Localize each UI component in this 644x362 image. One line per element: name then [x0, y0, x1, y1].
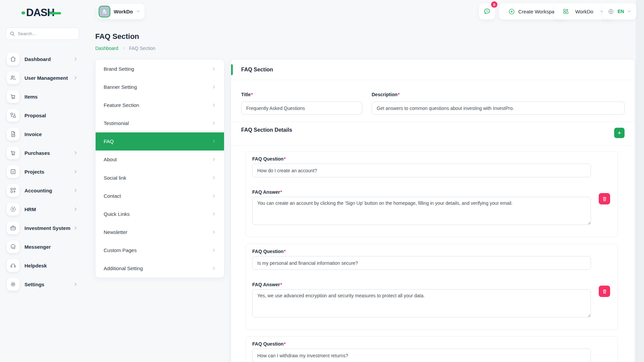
page-scrollbar[interactable] [636, 0, 644, 362]
breadcrumb-dashboard-link[interactable]: Dashboard [95, 46, 118, 51]
chevron-right-icon [212, 121, 216, 125]
gear-icon [7, 278, 19, 291]
delete-faq-button[interactable] [599, 286, 610, 297]
faq-question-input[interactable] [252, 349, 591, 362]
menu-item-custom-pages[interactable]: Custom Pages [96, 241, 224, 259]
chevron-right-icon [212, 67, 216, 71]
add-faq-button[interactable]: + [614, 128, 625, 138]
proposal-icon [7, 109, 19, 122]
menu-item-additional-setting[interactable]: Additional Setting [96, 259, 224, 278]
menu-item-newsletter[interactable]: Newsletter [96, 223, 224, 241]
sidebar-item-label: User Management [24, 75, 68, 81]
chevron-right-icon [212, 103, 216, 107]
required-mark: * [251, 92, 253, 97]
menu-item-contact[interactable]: Contact [96, 187, 224, 205]
sidebar-item-user-management[interactable]: User Management [0, 68, 86, 87]
settings-menu: Brand Setting Banner Setting Feature Sec… [96, 60, 224, 278]
faq-item: FAQ Question* FAQ Answer* [246, 336, 618, 362]
cart-icon [7, 146, 19, 159]
sidebar-item-settings[interactable]: Settings [0, 275, 86, 294]
menu-item-testimonial[interactable]: Testimonial [96, 114, 224, 132]
sidebar-item-helpdesk[interactable]: Helpdesk [0, 256, 86, 275]
hrm-icon [7, 203, 19, 216]
sidebar-item-label: Investment System [24, 225, 70, 231]
sidebar-item-investment-system[interactable]: Investment System [0, 219, 86, 237]
faq-section-card: FAQ Section Title* Description* FAQ Sect… [231, 60, 635, 362]
chevron-right-icon [212, 248, 216, 252]
chat-bubble-icon [7, 240, 19, 253]
faq-answer-textarea[interactable]: Yes, we use advanced encryption and secu… [252, 289, 591, 317]
description-input[interactable] [372, 102, 625, 115]
menu-item-feature-section[interactable]: Feature Section [96, 96, 224, 114]
sidebar-item-accounting[interactable]: Accounting [0, 181, 86, 200]
chevron-right-icon [212, 157, 216, 162]
sidebar-item-hrm[interactable]: HRM [0, 200, 86, 219]
menu-item-label: Feature Section [104, 102, 139, 108]
menu-item-label: FAQ [104, 138, 114, 144]
delete-faq-button[interactable] [599, 193, 610, 204]
menu-item-label: Custom Pages [104, 247, 137, 253]
workdo-menu-label: WorkDo [575, 9, 593, 14]
menu-item-faq[interactable]: FAQ [96, 132, 224, 150]
faq-question-label: FAQ Question* [252, 156, 286, 162]
menu-item-label: Quick Links [104, 211, 130, 217]
menu-item-about[interactable]: About [96, 150, 224, 169]
sidebar-item-proposal[interactable]: Proposal [0, 106, 86, 125]
faq-answer-textarea[interactable]: You can create an account by clicking th… [252, 197, 591, 225]
required-mark: * [280, 189, 282, 195]
chevron-right-icon [212, 85, 216, 89]
sidebar-item-items[interactable]: Items [0, 87, 86, 106]
sidebar-search [6, 27, 79, 40]
menu-item-quick-links[interactable]: Quick Links [96, 205, 224, 223]
chevron-right-icon [73, 169, 78, 174]
check-square-icon [7, 165, 19, 178]
divider [231, 145, 635, 145]
chevron-right-icon [73, 282, 78, 287]
messages-button[interactable]: 0 [479, 3, 495, 19]
faq-question-input[interactable] [252, 164, 591, 177]
sidebar-item-label: HRM [24, 206, 36, 212]
logo-dot [21, 11, 25, 14]
search-icon [9, 31, 15, 37]
chevron-right-icon [73, 226, 78, 230]
divider [231, 80, 635, 80]
sidebar-item-purchases[interactable]: Purchases [0, 143, 86, 162]
chevron-right-icon [212, 194, 216, 198]
required-mark: * [398, 92, 399, 97]
menu-item-social-link[interactable]: Social link [96, 169, 224, 187]
briefcase-icon [7, 222, 19, 234]
faq-question-label: FAQ Question* [252, 341, 286, 347]
sidebar-item-label: Items [24, 94, 38, 100]
sidebar-item-label: Messenger [24, 244, 51, 250]
sidebar-item-invoice[interactable]: Invoice [0, 125, 86, 143]
chevron-down-icon [136, 9, 141, 14]
faq-question-input[interactable] [252, 256, 591, 270]
title-field-label: Title* [241, 92, 253, 97]
sidebar-item-projects[interactable]: Projects [0, 162, 86, 181]
sidebar-item-dashboard[interactable]: Dashboard [0, 50, 86, 68]
chevron-right-icon [73, 207, 78, 212]
home-icon [7, 53, 19, 65]
faq-details-heading: FAQ Section Details [241, 127, 292, 133]
chevron-right-icon [212, 139, 216, 143]
menu-item-label: Social link [104, 175, 126, 181]
menu-item-brand-setting[interactable]: Brand Setting [96, 60, 224, 78]
brand-logo[interactable]: DASH [21, 7, 61, 19]
sidebar-item-label: Settings [24, 282, 44, 287]
workspace-switcher[interactable]: WorkDo [97, 4, 145, 19]
search-input[interactable] [18, 31, 75, 36]
menu-item-banner-setting[interactable]: Banner Setting [96, 78, 224, 96]
required-mark: * [284, 341, 285, 347]
card-header: FAQ Section [231, 60, 635, 80]
sidebar-item-messenger[interactable]: Messenger [0, 237, 86, 256]
sidebar-item-label: Dashboard [24, 56, 51, 62]
sidebar-item-label: Proposal [24, 113, 46, 118]
sidebar-item-label: Projects [24, 169, 44, 175]
menu-item-label: Banner Setting [104, 84, 137, 90]
globe-icon [607, 8, 614, 15]
language-selector[interactable]: EN [603, 3, 636, 19]
plus-circle-icon [508, 8, 515, 15]
sidebar-item-label: Accounting [24, 188, 52, 193]
chevron-down-icon [627, 9, 632, 14]
title-input[interactable] [241, 102, 362, 115]
